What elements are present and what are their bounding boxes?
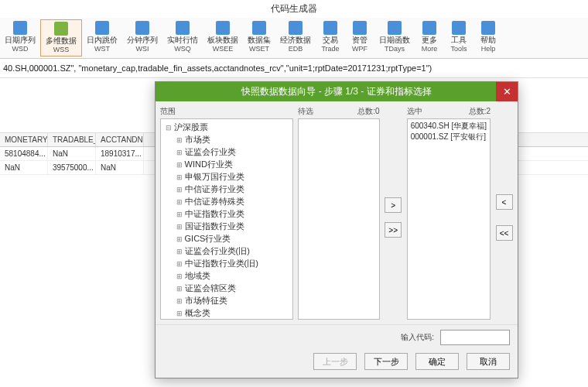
ok-button[interactable]: 确定 [415,353,459,370]
tree-item[interactable]: 证监会行业类(旧) [162,245,291,258]
toolbar-wsq[interactable]: 实时行情WSQ [162,19,203,57]
prev-button: 上一步 [313,353,357,370]
svg-rect-12 [452,21,466,35]
selected-item[interactable]: 000001.SZ [平安银行] [411,132,487,142]
tree-item[interactable]: 中证指数行业类 [162,208,291,221]
tree-item[interactable]: 概念类 [162,307,291,320]
svg-rect-5 [216,21,230,35]
toolbar-wsd[interactable]: 日期序列WSD [0,19,40,57]
selected-count: 总数:2 [469,106,491,117]
tdays-icon [388,21,402,35]
wsee-icon [216,21,230,35]
tree-item[interactable]: 地域类 [162,270,291,283]
toolbar-wsi[interactable]: 分钟序列WSI [122,19,162,57]
svg-rect-7 [289,21,303,35]
svg-rect-2 [95,21,109,35]
edb-icon [289,21,303,35]
toolbar-wset[interactable]: 数据集WSET [243,19,275,57]
svg-rect-13 [481,21,495,35]
wss-icon [54,22,68,36]
toolbar-wss[interactable]: 多维数据WSS [40,19,82,57]
tools-icon [452,21,466,35]
toolbar-wpf[interactable]: 资管WPF [345,19,374,57]
remove-all-button[interactable]: << [496,225,513,241]
tree-item[interactable]: WIND行业类 [162,159,291,171]
toolbar: 日期序列WSD多维数据WSS日内跳价WST分钟序列WSI实时行情WSQ板块数据W… [0,18,588,59]
scope-label: 范围 [160,106,176,117]
toolbar-trade[interactable]: 交易Trade [316,19,345,57]
close-icon: ✕ [503,86,511,98]
svg-rect-10 [388,21,402,35]
help-icon [481,21,495,35]
wset-icon [252,21,266,35]
selected-list[interactable]: 600340.SH [华夏幸福]000001.SZ [平安银行] [407,118,491,320]
toolbar-wsee[interactable]: 板块数据WSEE [203,19,243,57]
toolbar-edb[interactable]: 经济数据EDB [275,19,316,57]
wsq-icon [176,21,190,35]
svg-rect-8 [323,21,337,35]
pending-count: 总数:0 [357,106,379,117]
dialog-title-bar: 快照数据数据向导 - 步骤 1/3 - 证券和指标选择 ✕ [156,82,518,101]
code-input-label: 输入代码: [401,332,434,343]
tree-item[interactable]: 中证指数行业类(旧) [162,258,291,270]
svg-rect-1 [54,22,68,36]
pending-label: 待选 [298,106,313,117]
tree-item[interactable]: 证监会辖区类 [162,283,291,295]
wsi-icon [135,21,149,35]
svg-rect-0 [13,21,27,35]
selected-label: 选中 [407,106,422,117]
tree-item[interactable]: 市场特征类 [162,295,291,307]
tree-item[interactable]: 申银万国行业类 [162,171,291,183]
col-header: TRADABLE_F [48,133,96,146]
add-button[interactable]: > [385,197,402,213]
wsd-icon [13,21,27,35]
cancel-button[interactable]: 取消 [467,353,510,370]
svg-rect-3 [135,21,149,35]
toolbar-wst[interactable]: 日内跳价WST [82,19,122,57]
toolbar-tdays[interactable]: 日期函数TDays [374,19,415,57]
svg-rect-9 [353,21,367,35]
col-header: MONETARY [0,133,48,146]
tree-item[interactable]: 中信证券特殊类 [162,196,291,208]
toolbar-more[interactable]: 更多More [415,19,444,57]
wizard-dialog: 快照数据数据向导 - 步骤 1/3 - 证券和指标选择 ✕ 范围 沪深股票 市场… [155,81,518,378]
more-icon [422,21,436,35]
col-header: ACCTANDN [96,133,144,146]
dialog-title: 快照数据数据向导 - 步骤 1/3 - 证券和指标选择 [241,86,431,97]
code-input[interactable] [440,330,510,345]
formula-bar: 40.SH,000001.SZ", "monetary_cap,tradable… [0,59,588,78]
app-title: 代码生成器 [0,0,588,18]
trade-icon [323,21,337,35]
svg-rect-6 [252,21,266,35]
svg-rect-4 [176,21,190,35]
svg-rect-11 [422,21,436,35]
toolbar-tools[interactable]: 工具Tools [444,19,473,57]
tree-item[interactable]: 市场类 [162,134,291,146]
close-button[interactable]: ✕ [496,82,518,101]
tree-item[interactable]: 中信证券行业类 [162,183,291,196]
wst-icon [95,21,109,35]
scope-tree[interactable]: 沪深股票 市场类证监会行业类WIND行业类申银万国行业类中信证券行业类中信证券特… [160,118,293,320]
tree-root[interactable]: 沪深股票 [162,121,291,134]
toolbar-help[interactable]: 帮助Help [473,19,503,57]
pending-list[interactable] [298,118,379,320]
selected-item[interactable]: 600340.SH [华夏幸福] [411,121,487,132]
next-button[interactable]: 下一步 [364,353,408,370]
wpf-icon [353,21,367,35]
tree-item[interactable]: 证监会行业类 [162,146,291,159]
tree-item[interactable]: GICS行业类 [162,233,291,245]
add-all-button[interactable]: >> [385,222,402,238]
tree-item[interactable]: 国证指数行业类 [162,221,291,233]
remove-button[interactable]: < [496,194,513,210]
